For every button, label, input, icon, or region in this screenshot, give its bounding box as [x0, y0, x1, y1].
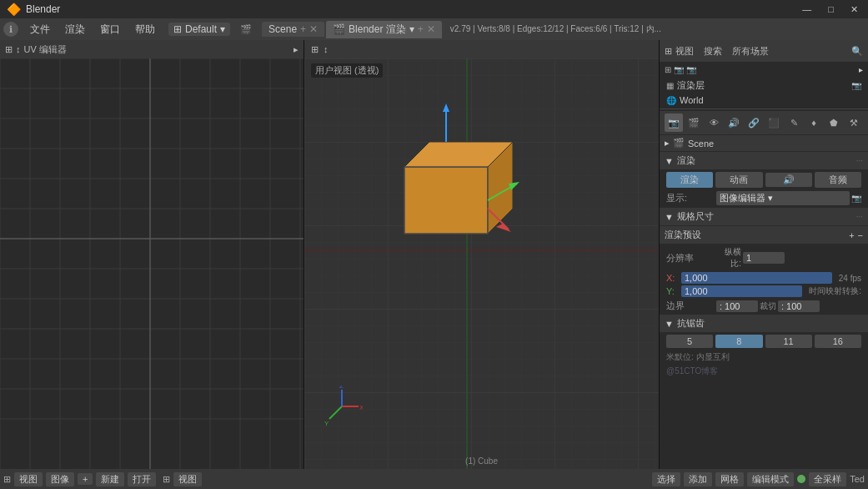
- viewport-panel: ⊞ ↕: [304, 40, 660, 469]
- tab-scene-close[interactable]: ✕: [309, 23, 318, 35]
- scene-expand: ▸: [859, 65, 863, 74]
- viewport-bg: 用户视图 (透视): [304, 58, 659, 469]
- search-icon[interactable]: 🔍: [851, 46, 863, 57]
- bottom-add[interactable]: +: [78, 473, 93, 485]
- panel-expand[interactable]: ▸: [294, 44, 299, 55]
- tab-render-add[interactable]: +: [418, 23, 424, 35]
- scene-arrow: ▸: [665, 138, 670, 149]
- display-icon: 📷: [851, 194, 861, 203]
- scale-header[interactable]: ▼ 规格尺寸 ···: [660, 208, 868, 225]
- world-icon: 🌐: [666, 96, 676, 105]
- scene-name: Scene: [688, 139, 714, 149]
- layer-icon2: 📷: [851, 81, 861, 90]
- prop-icon-camera[interactable]: 📷: [665, 113, 683, 132]
- tab-scene[interactable]: Scene + ✕: [262, 22, 324, 37]
- panel-icon: ⊞: [5, 44, 13, 55]
- menu-help[interactable]: 帮助: [128, 21, 162, 38]
- antialias-triangle: ▼: [665, 319, 674, 329]
- bottom-mode[interactable]: 编辑模式: [747, 472, 794, 486]
- prop-icon-link[interactable]: 🔗: [745, 113, 763, 132]
- outliner-render-layer[interactable]: ▦ 渲染层 📷: [660, 78, 868, 93]
- render-preset-header[interactable]: 渲染预设 + −: [660, 226, 868, 244]
- blender-logo: 🔶: [7, 3, 21, 16]
- prop-icon-object[interactable]: ⬛: [765, 113, 783, 132]
- aa-8[interactable]: 8: [715, 335, 762, 348]
- bottom-add2[interactable]: 添加: [684, 472, 712, 486]
- bottom-image[interactable]: 图像: [46, 472, 74, 486]
- world-label: World: [680, 95, 704, 105]
- screen-selector[interactable]: ⊞ Default ▾: [168, 23, 230, 36]
- aa-11[interactable]: 11: [765, 335, 812, 348]
- render-layers-icon: ⊞: [665, 65, 671, 74]
- preset-minus[interactable]: −: [858, 230, 863, 240]
- prop-icon-eye[interactable]: 👁: [705, 113, 723, 132]
- outliner-world[interactable]: 🌐 World: [660, 93, 868, 107]
- preset-label: 渲染预设: [665, 229, 701, 241]
- menu-bar: ℹ 文件 渲染 窗口 帮助 ⊞ Default ▾ 🎬 Scene + ✕ 🎬 …: [0, 18, 868, 40]
- screen-chevron: ▾: [220, 23, 225, 35]
- y-value[interactable]: 1,000: [681, 285, 802, 297]
- resolution-label: 分辨率: [666, 252, 716, 265]
- tab-scene-label: Scene: [268, 23, 297, 35]
- border-v2[interactable]: : 100: [778, 300, 820, 312]
- menu-file[interactable]: 文件: [23, 21, 57, 38]
- tab-render[interactable]: 渲染: [666, 172, 713, 188]
- minimize-button[interactable]: —: [799, 4, 815, 14]
- bottom-open[interactable]: 打开: [128, 472, 156, 486]
- aspect-value[interactable]: 1: [743, 252, 785, 264]
- tab-scene-add[interactable]: +: [300, 23, 306, 35]
- tab-audio[interactable]: 音频: [815, 172, 861, 188]
- bottom-new[interactable]: 新建: [96, 472, 124, 486]
- bottom-icon-left: ⊞: [3, 474, 11, 485]
- display-value[interactable]: 图像编辑器 ▾: [716, 191, 850, 205]
- x-value[interactable]: 1,000: [681, 272, 832, 284]
- svg-text:X: X: [359, 404, 363, 411]
- screen-icon: ⊞: [173, 23, 182, 35]
- menu-render[interactable]: 渲染: [58, 21, 92, 38]
- aa-5[interactable]: 5: [666, 335, 713, 348]
- prop-icon-material[interactable]: ⬟: [825, 113, 843, 132]
- antialias-label: 抗锯齿: [677, 317, 705, 330]
- scene-icon-cam: 📷: [674, 65, 684, 74]
- x-label: X:: [666, 273, 678, 283]
- render-section-header[interactable]: ▼ 渲染 ···: [660, 152, 868, 169]
- bottom-view[interactable]: 视图: [14, 472, 43, 486]
- maximize-button[interactable]: □: [825, 4, 837, 14]
- axis-indicator: X Y Z: [321, 386, 363, 427]
- render-triangle: ▼: [665, 156, 674, 166]
- tab-render-close[interactable]: ✕: [427, 23, 435, 35]
- scene-icon-camera2: 📷: [686, 65, 696, 74]
- tab-audio-icon[interactable]: 🔊: [765, 173, 812, 187]
- properties-icons: 📷 🎬 👁 🔊 🔗 ⬛ ✎ ♦ ⬟ ⚒: [660, 111, 868, 134]
- uv-editor-header: ⊞ ↕ UV 编辑器 ▸: [0, 40, 304, 58]
- render-dots: ···: [856, 156, 863, 165]
- svg-text:Z: Z: [339, 386, 344, 390]
- bottom-select[interactable]: 选择: [652, 472, 680, 486]
- aa-16[interactable]: 16: [815, 335, 861, 348]
- bottom-view2[interactable]: 视图: [173, 472, 202, 486]
- scene-header: ▸ 🎬 Scene: [660, 135, 868, 151]
- bottom-all-sample[interactable]: 全采样: [809, 472, 846, 486]
- menu-window[interactable]: 窗口: [93, 21, 127, 38]
- prop-icon-render[interactable]: 🎬: [685, 113, 703, 132]
- prop-icon-speaker[interactable]: 🔊: [725, 113, 743, 132]
- prop-icon-particles[interactable]: ⚒: [845, 113, 863, 132]
- border-v1[interactable]: : 100: [716, 300, 758, 312]
- close-button[interactable]: ✕: [847, 4, 861, 15]
- svg-line-46: [329, 406, 342, 419]
- prop-icon-constraints[interactable]: ✎: [785, 113, 803, 132]
- bottom-mesh[interactable]: 网格: [715, 472, 744, 486]
- scale-dots: ···: [856, 212, 863, 221]
- cto-row: @51CTO博客: [660, 365, 868, 378]
- cto-label: @51CTO博客: [666, 365, 718, 377]
- bottom-icon-mid: ⊞: [163, 474, 170, 485]
- preset-plus[interactable]: +: [849, 230, 854, 240]
- brand-label: 米默位: 内显互利: [666, 351, 730, 363]
- panel-label: UV 编辑器: [24, 43, 67, 56]
- window-controls: — □ ✕: [799, 4, 861, 15]
- prop-icon-data[interactable]: ♦: [805, 113, 823, 132]
- antialias-header[interactable]: ▼ 抗锯齿: [660, 315, 868, 332]
- tab-animation[interactable]: 动画: [715, 172, 762, 188]
- tab-blender-render[interactable]: 🎬 Blender 渲染 ▾ + ✕: [326, 21, 442, 38]
- display-label: 显示:: [666, 192, 716, 204]
